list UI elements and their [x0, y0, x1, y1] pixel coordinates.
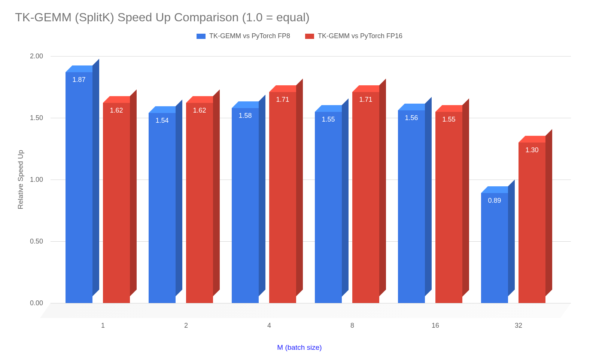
x-tick-label: 8	[315, 322, 390, 330]
bar: 1.62	[103, 103, 130, 303]
bar-value-label: 1.58	[232, 112, 259, 120]
bar-front	[398, 110, 425, 303]
y-axis-label: Relative Speed Up	[16, 150, 25, 209]
x-tick-label: 16	[398, 322, 473, 330]
bar-side	[508, 180, 515, 296]
x-tick-label: 32	[481, 322, 556, 330]
bar-group: 0.891.3032	[481, 56, 556, 303]
chart-title: TK-GEMM (SplitK) Speed Up Comparison (1.…	[15, 10, 310, 24]
bar-side	[130, 89, 137, 296]
legend-item-fp8: TK-GEMM vs PyTorch FP8	[197, 32, 290, 40]
bar-front	[519, 143, 545, 303]
bar: 1.55	[435, 112, 462, 303]
plot-area: 0.000.501.001.502.001.871.6211.541.6221.…	[51, 56, 571, 303]
x-tick-label: 1	[66, 322, 140, 330]
bar-value-label: 1.71	[269, 96, 296, 104]
bar-front	[269, 92, 296, 303]
bar-side	[296, 79, 303, 296]
bar-value-label: 1.30	[519, 146, 545, 154]
bar-group: 1.551.718	[315, 56, 390, 303]
bar: 1.87	[66, 72, 92, 303]
legend-item-fp16: TK-GEMM vs PyTorch FP16	[305, 32, 402, 40]
bar: 1.71	[352, 92, 379, 303]
legend-swatch-fp8	[197, 34, 206, 39]
bar: 1.71	[269, 92, 296, 303]
x-axis-label: M (batch size)	[0, 343, 599, 352]
bar: 1.56	[398, 110, 425, 303]
bar-group: 1.581.714	[232, 56, 307, 303]
bar: 0.89	[481, 193, 508, 303]
bar-side	[213, 89, 220, 296]
bar: 1.30	[519, 143, 545, 303]
bar-group: 1.561.5516	[398, 56, 473, 303]
x-tick-label: 4	[232, 322, 307, 330]
bar: 1.58	[232, 108, 259, 303]
bar: 1.55	[315, 112, 342, 303]
bar-value-label: 1.55	[315, 116, 342, 123]
bar-value-label: 0.89	[481, 197, 508, 205]
plot-floor	[40, 303, 571, 318]
bar: 1.62	[186, 103, 213, 303]
y-tick-label: 0.50	[30, 238, 51, 245]
bar-front	[315, 112, 342, 303]
bar-value-label: 1.87	[66, 76, 92, 84]
y-tick-label: 1.00	[30, 176, 51, 184]
bar-side	[92, 59, 99, 296]
bar-side	[176, 100, 182, 296]
bar-value-label: 1.56	[398, 114, 425, 122]
bar-value-label: 1.62	[186, 107, 213, 114]
bar: 1.54	[149, 113, 176, 303]
bar-side	[462, 98, 469, 297]
y-tick-label: 1.50	[30, 114, 51, 122]
bar-group: 1.541.622	[149, 56, 224, 303]
bar-value-label: 1.54	[149, 117, 176, 125]
x-tick-label: 2	[149, 322, 224, 330]
bar-front	[186, 103, 213, 303]
y-tick-label: 2.00	[30, 52, 51, 60]
bar-side	[379, 79, 386, 296]
bar-group: 1.871.621	[66, 56, 140, 303]
y-tick-label: 0.00	[30, 299, 51, 307]
bar-side	[342, 98, 349, 297]
bar-front	[352, 92, 379, 303]
bar-side	[545, 129, 552, 296]
bar-front	[103, 103, 130, 303]
bar-front	[66, 72, 92, 303]
legend-swatch-fp16	[305, 34, 314, 39]
bar-side	[259, 95, 265, 296]
bar-value-label: 1.55	[435, 116, 462, 123]
bar-value-label: 1.71	[352, 96, 379, 104]
bar-value-label: 1.62	[103, 107, 130, 114]
bar-side	[425, 97, 432, 296]
legend-label-fp8: TK-GEMM vs PyTorch FP8	[209, 32, 290, 40]
bar-front	[435, 112, 462, 303]
bar-front	[232, 108, 259, 303]
bar-front	[481, 193, 508, 303]
legend-label-fp16: TK-GEMM vs PyTorch FP16	[318, 32, 402, 40]
bar-front	[149, 113, 176, 303]
legend: TK-GEMM vs PyTorch FP8 TK-GEMM vs PyTorc…	[0, 32, 599, 40]
